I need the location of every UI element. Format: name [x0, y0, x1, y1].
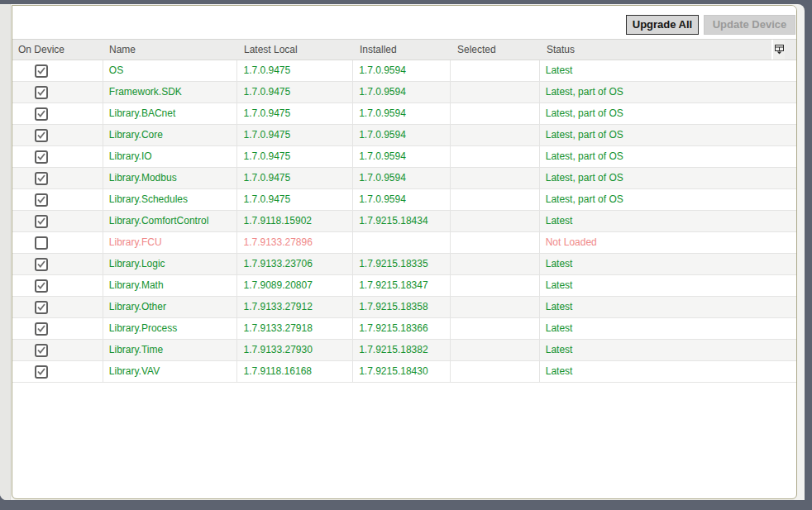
- check-icon: [37, 174, 45, 182]
- installed-version: 1.7.0.9594: [353, 189, 451, 210]
- on-device-checkbox[interactable]: [35, 86, 48, 99]
- selected-value: [451, 60, 540, 81]
- check-icon: [37, 153, 45, 160]
- module-name: Library.Schedules: [103, 189, 238, 210]
- on-device-cell: [12, 232, 103, 253]
- on-device-checkbox[interactable]: [35, 215, 48, 228]
- status-text: Latest: [540, 297, 796, 317]
- on-device-cell: [12, 275, 103, 296]
- on-device-checkbox[interactable]: [35, 279, 48, 293]
- status-text: Latest: [540, 318, 796, 339]
- table-row[interactable]: Library.Modbus 1.7.0.9475 1.7.0.9594 Lat…: [12, 168, 796, 189]
- installed-version: 1.7.0.9594: [353, 60, 451, 81]
- table-row[interactable]: Library.Process 1.7.9133.27918 1.7.9215.…: [12, 318, 796, 340]
- module-name: Library.ComfortControl: [103, 211, 238, 231]
- latest-local-version: 1.7.0.9475: [237, 146, 353, 167]
- selected-value: [451, 361, 540, 382]
- latest-local-version: 1.7.9133.27896: [237, 232, 353, 253]
- selected-value: [451, 297, 540, 317]
- update-device-button[interactable]: Update Device: [704, 15, 795, 35]
- latest-local-version: 1.7.9118.16168: [237, 361, 353, 382]
- selected-value: [451, 103, 540, 124]
- status-text: Latest: [540, 60, 796, 81]
- module-name: Library.FCU: [103, 232, 238, 253]
- check-icon: [37, 260, 45, 268]
- on-device-checkbox[interactable]: [35, 150, 48, 164]
- on-device-cell: [12, 297, 103, 317]
- on-device-cell: [12, 340, 103, 360]
- on-device-checkbox[interactable]: [35, 344, 48, 357]
- status-text: Latest: [540, 361, 796, 382]
- on-device-checkbox[interactable]: [35, 107, 48, 121]
- table-row[interactable]: Library.VAV 1.7.9118.16168 1.7.9215.1843…: [12, 361, 796, 383]
- table-row[interactable]: Library.Schedules 1.7.0.9475 1.7.0.9594 …: [12, 189, 796, 211]
- on-device-checkbox[interactable]: [35, 172, 48, 185]
- on-device-checkbox[interactable]: [35, 64, 48, 78]
- on-device-checkbox[interactable]: [35, 236, 48, 250]
- modules-table: On Device Name Latest Local Installed Se…: [12, 39, 796, 498]
- on-device-checkbox[interactable]: [35, 365, 48, 379]
- on-device-checkbox[interactable]: [35, 258, 48, 271]
- check-icon: [37, 368, 45, 375]
- installed-version: 1.7.0.9594: [353, 82, 451, 102]
- on-device-checkbox[interactable]: [35, 129, 48, 142]
- installed-version: 1.7.0.9594: [353, 146, 451, 167]
- on-device-checkbox[interactable]: [35, 322, 48, 336]
- upgrade-all-button[interactable]: Upgrade All: [626, 15, 699, 35]
- module-name: Library.BACnet: [103, 103, 238, 124]
- table-row[interactable]: Library.BACnet 1.7.0.9475 1.7.0.9594 Lat…: [12, 103, 796, 125]
- toolbar: Upgrade All Update Device: [12, 6, 796, 39]
- table-row[interactable]: Library.Other 1.7.9133.27912 1.7.9215.18…: [12, 297, 796, 318]
- table-row[interactable]: OS 1.7.0.9475 1.7.0.9594 Latest: [12, 60, 796, 82]
- column-header-selected[interactable]: Selected: [451, 40, 541, 60]
- on-device-checkbox[interactable]: [35, 193, 48, 207]
- table-row[interactable]: Library.Math 1.7.9089.20807 1.7.9215.183…: [12, 275, 796, 297]
- on-device-cell: [12, 146, 103, 167]
- column-chooser-button[interactable]: [771, 40, 785, 60]
- status-text: Latest, part of OS: [540, 125, 796, 145]
- table-row[interactable]: Library.Logic 1.7.9133.23706 1.7.9215.18…: [12, 254, 796, 275]
- status-text: Latest, part of OS: [540, 168, 796, 188]
- selected-value: [451, 318, 540, 339]
- table-row[interactable]: Framework.SDK 1.7.0.9475 1.7.0.9594 Late…: [12, 82, 796, 103]
- table-row[interactable]: Library.ComfortControl 1.7.9118.15902 1.…: [12, 211, 796, 232]
- column-header-on-device[interactable]: On Device: [12, 40, 103, 60]
- table-row[interactable]: Library.FCU 1.7.9133.27896 Not Loaded: [12, 232, 796, 254]
- table-row[interactable]: Library.Core 1.7.0.9475 1.7.0.9594 Lates…: [12, 125, 796, 146]
- status-text: Latest: [540, 275, 796, 296]
- installed-version: 1.7.9215.18347: [353, 275, 451, 296]
- module-name: Library.Math: [103, 275, 238, 296]
- column-header-name[interactable]: Name: [103, 40, 238, 60]
- latest-local-version: 1.7.9133.27918: [237, 318, 353, 339]
- selected-value: [451, 340, 540, 360]
- column-header-installed[interactable]: Installed: [354, 40, 451, 60]
- status-text: Latest: [540, 340, 796, 360]
- on-device-checkbox[interactable]: [35, 301, 48, 314]
- window-frame: Upgrade All Update Device On Device Name…: [0, 0, 812, 510]
- latest-local-version: 1.7.9089.20807: [237, 275, 353, 296]
- selected-value: [451, 232, 540, 253]
- latest-local-version: 1.7.9133.23706: [237, 254, 353, 274]
- module-name: Framework.SDK: [103, 82, 238, 102]
- check-icon: [37, 325, 45, 332]
- module-name: Library.IO: [103, 146, 238, 167]
- check-icon: [37, 346, 45, 354]
- table-row[interactable]: Library.IO 1.7.0.9475 1.7.0.9594 Latest,…: [12, 146, 796, 168]
- installed-version: 1.7.0.9594: [353, 125, 451, 145]
- module-name: Library.Modbus: [103, 168, 238, 188]
- installed-version: 1.7.9215.18335: [353, 254, 451, 274]
- module-name: Library.Other: [103, 297, 238, 317]
- status-text: Latest, part of OS: [540, 82, 796, 102]
- device-update-panel: Upgrade All Update Device On Device Name…: [12, 5, 797, 499]
- collapsed-side-panel: [0, 4, 11, 500]
- check-icon: [37, 217, 45, 225]
- column-header-status[interactable]: Status: [541, 40, 771, 60]
- selected-value: [451, 275, 540, 296]
- latest-local-version: 1.7.0.9475: [237, 168, 353, 188]
- column-header-latest-local[interactable]: Latest Local: [238, 40, 354, 60]
- table-row[interactable]: Library.Time 1.7.9133.27930 1.7.9215.183…: [12, 340, 796, 361]
- check-icon: [37, 88, 45, 96]
- on-device-cell: [12, 361, 103, 382]
- installed-version: [353, 232, 451, 253]
- check-icon: [37, 67, 45, 74]
